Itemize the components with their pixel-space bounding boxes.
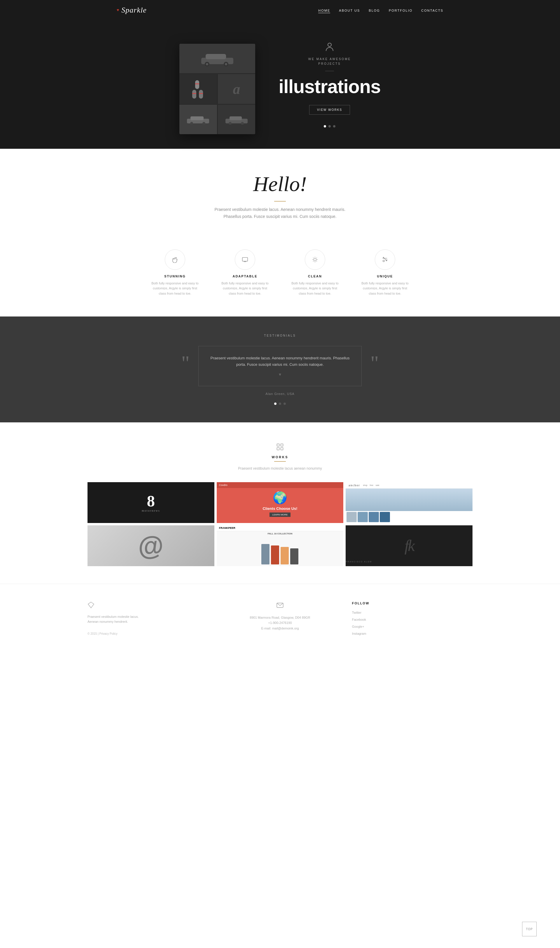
covdro-cta-button[interactable]: LEARN MORE <box>269 512 291 517</box>
hello-section: Hello! Praesent vestibulum molestie lacu… <box>0 149 560 238</box>
social-instagram[interactable]: Instagram <box>352 631 366 636</box>
nav-link-portfolio[interactable]: PORTFOLIO <box>389 9 412 12</box>
nav-link-about[interactable]: ABOUT US <box>339 9 360 12</box>
work-item-at[interactable]: @ <box>88 525 214 566</box>
nav-link-blog[interactable]: BLOG <box>369 9 380 12</box>
nav-item-contacts[interactable]: CONTACTS <box>421 8 443 13</box>
footer-col-2: 8901 Marmora Road, Glasgow, D04 89GR +1-… <box>220 602 340 636</box>
svg-rect-26 <box>277 444 279 446</box>
chevron-down-icon: ▾ <box>210 372 350 377</box>
stunning-icon-circle <box>165 249 185 270</box>
hero-dot-2[interactable] <box>328 125 331 128</box>
person-icon <box>324 42 335 52</box>
works-grid: 8 motornews Covdro 🌍 Clients Choose Us! … <box>88 482 472 566</box>
hero-img-car3 <box>218 105 255 134</box>
anchor-nav-bar: anchor shopfreesale <box>346 482 472 489</box>
testimonial-wrapper: " Praesent vestibulum molestie lacus. Ae… <box>117 346 443 386</box>
hero-dot-3[interactable] <box>333 125 335 128</box>
hero-content: WE MAKE AWESOME PROJECTS illustrations V… <box>278 42 381 128</box>
testimonial-text: Praesent vestibulum molestie lacus. Aene… <box>210 355 350 368</box>
fk-logo: fk <box>405 536 414 555</box>
fk-name: FRANCISCO ALEM <box>346 561 372 563</box>
quote-close: " <box>371 353 379 373</box>
motornews-content: 8 motornews <box>88 482 214 523</box>
diamond-icon <box>88 602 94 610</box>
work-item-covdro[interactable]: Covdro 🌍 Clients Choose Us! LEARN MORE <box>217 482 343 523</box>
svg-point-20 <box>328 43 331 47</box>
logo-text[interactable]: Sparkle <box>122 6 146 15</box>
footer: Praesent vestibulum molestie lacus. Aene… <box>0 584 560 645</box>
testimonial-dot-1[interactable] <box>274 403 277 405</box>
work-item-fk[interactable]: fk FRANCISCO ALEM <box>346 525 472 566</box>
social-google[interactable]: Google+ <box>352 624 366 629</box>
unique-icon-circle <box>375 249 395 270</box>
at-content: @ <box>88 525 214 566</box>
svg-line-23 <box>383 257 387 261</box>
clean-desc: Both fully responsive and easy to custom… <box>289 281 341 296</box>
anchor-product-3 <box>369 512 379 522</box>
covdro-tagline: Clients Choose Us! <box>263 506 297 511</box>
follow-label: FOLLOW <box>352 602 369 605</box>
svg-rect-1 <box>206 54 226 59</box>
hero-subtitle: WE MAKE AWESOME PROJECTS <box>308 57 351 66</box>
work-item-fashion[interactable]: FRANKPEER FALL 16 COLLECTION <box>217 525 343 566</box>
clean-label: CLEAN <box>308 274 322 278</box>
nav-item-about[interactable]: ABOUT US <box>339 8 360 13</box>
fk-content: fk <box>346 525 472 566</box>
nav-item-home[interactable]: HOME <box>318 8 330 13</box>
work-item-anchor[interactable]: anchor shopfreesale <box>346 482 472 523</box>
footer-tagline: Praesent vestibulum molestie lacus. Aene… <box>88 614 138 625</box>
testimonial-dot-3[interactable] <box>283 403 286 405</box>
svg-rect-10 <box>192 93 196 94</box>
social-links: Twitter Facebook Google+ Instagram <box>352 609 366 636</box>
feature-clean: CLEAN Both fully responsive and easy to … <box>289 249 341 296</box>
testimonial-author: Alan Green, USA <box>117 392 443 396</box>
svg-marker-30 <box>88 602 94 608</box>
svg-rect-6 <box>195 80 199 89</box>
nav-link-home[interactable]: HOME <box>318 9 330 13</box>
unique-label: UNIQUE <box>377 274 393 278</box>
work-item-motornews[interactable]: 8 motornews <box>88 482 214 523</box>
testimonial-dots <box>117 403 443 405</box>
hero-divider <box>325 71 334 71</box>
works-grid-icon <box>88 443 472 453</box>
feature-adaptable: ADAPTABLE Both fully responsive and easy… <box>219 249 271 296</box>
features-section: STUNNING Both fully responsive and easy … <box>0 238 560 317</box>
adaptable-icon-circle <box>235 249 255 270</box>
fashion-header: FRANKPEER <box>217 525 343 531</box>
fashion-person-4 <box>290 548 298 565</box>
svg-rect-27 <box>281 444 283 446</box>
hero-dot-1[interactable] <box>324 125 326 128</box>
anchor-product-2 <box>358 512 368 522</box>
svg-rect-11 <box>199 93 203 94</box>
nav-item-blog[interactable]: BLOG <box>369 8 380 13</box>
footer-address: 8901 Marmora Road, Glasgow, D04 89GR +1-… <box>250 615 310 631</box>
at-symbol: @ <box>137 531 165 560</box>
hero-img-bowling <box>179 74 217 103</box>
fashion-person-1 <box>262 544 269 565</box>
hello-title: Hello! <box>117 172 443 196</box>
svg-point-25 <box>383 260 385 262</box>
hero-image-grid: a <box>179 44 255 134</box>
social-facebook[interactable]: Facebook <box>352 617 366 622</box>
nav-item-portfolio[interactable]: PORTFOLIO <box>389 8 412 13</box>
testimonial-box: Praesent vestibulum molestie lacus. Aene… <box>198 346 362 386</box>
quote-open: " <box>181 353 189 373</box>
works-label: WORKS <box>88 456 472 459</box>
unique-desc: Both fully responsive and easy to custom… <box>359 281 411 296</box>
hero-section: a WE MAKE AWESOME PROJ <box>0 20 560 149</box>
works-underline <box>274 461 286 462</box>
hello-text: Praesent vestibulum molestie lacus. Aene… <box>207 206 353 220</box>
social-twitter[interactable]: Twitter <box>352 609 366 615</box>
fashion-collection-heading: FALL 16 COLLECTION <box>217 532 343 535</box>
anchor-product-1 <box>346 512 357 522</box>
testimonial-dot-2[interactable] <box>279 403 281 405</box>
mail-icon <box>276 602 284 611</box>
feature-unique: UNIQUE Both fully responsive and easy to… <box>359 249 411 296</box>
nav-link-contacts[interactable]: CONTACTS <box>421 9 443 12</box>
svg-rect-21 <box>242 257 248 261</box>
hero-view-works-button[interactable]: VIEW WORKS <box>309 105 350 115</box>
footer-copyright: © 2015 | Privacy Policy <box>88 632 117 635</box>
svg-point-3 <box>206 63 208 65</box>
hero-img-car2 <box>179 105 217 134</box>
